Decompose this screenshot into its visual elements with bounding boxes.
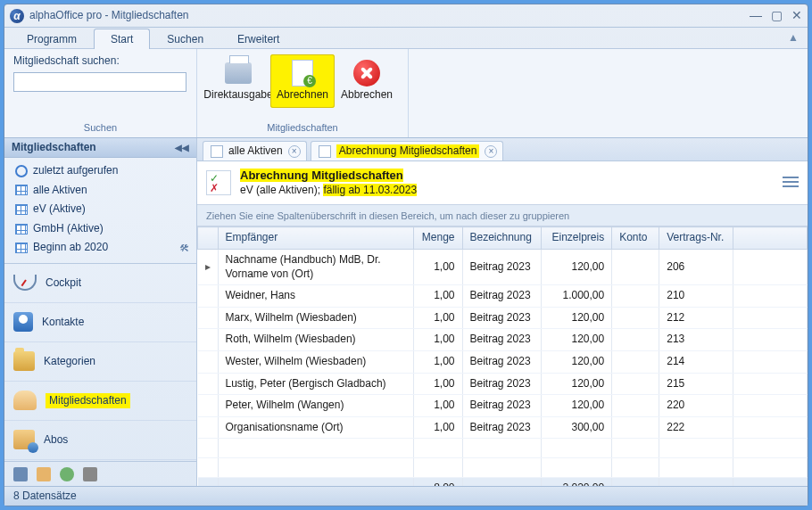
tree-item-4[interactable]: Beginn ab 2020🛠 — [6, 238, 195, 258]
grid-icon — [15, 243, 28, 253]
close-button[interactable]: ✕ — [791, 7, 802, 23]
row-selector-head — [198, 227, 219, 250]
nav-label: Mitgliedschaften — [46, 393, 130, 409]
cell: Beitrag 2023 — [462, 351, 542, 374]
table-row[interactable]: Weidner, Hans1,00Beitrag 20231.000,00210 — [198, 285, 808, 308]
cell: 1,00 — [413, 416, 462, 439]
tree-item-label: zuletzt aufgerufen — [33, 164, 118, 178]
col-1[interactable]: Menge — [413, 227, 462, 250]
table-row[interactable]: ▸Nachname (Handbuch) MdB, Dr. Vorname vo… — [198, 250, 808, 285]
cell: Weidner, Hans — [218, 285, 413, 308]
doc-tab-1[interactable]: Abrechnung Mitgliedschaften× — [311, 141, 504, 160]
abbrechen-button[interactable]: Abbrechen — [335, 54, 399, 108]
direktausgabe-button[interactable]: Direktausgabe — [206, 54, 270, 108]
menu-erweitert[interactable]: Erweitert — [220, 29, 296, 49]
cell: 222 — [659, 416, 733, 439]
footer-cell: 8,00 — [413, 478, 462, 486]
row-pointer — [198, 329, 219, 351]
nav-kontakt[interactable]: Kontakte — [4, 303, 196, 342]
col-5[interactable]: Vertrags-Nr. — [659, 227, 733, 250]
tab-close-icon[interactable]: × — [485, 145, 497, 158]
cell: 206 — [659, 250, 733, 285]
sidebar-collapse-icon[interactable]: ◀◀ — [175, 142, 189, 153]
nav-abo[interactable]: Abos — [4, 421, 196, 460]
abo-icon — [13, 430, 35, 449]
col-0[interactable]: Empfänger — [218, 227, 413, 250]
cell: Beitrag 2023 — [462, 285, 542, 308]
tree-item-1[interactable]: alle Aktiven — [6, 181, 195, 201]
grid-icon — [15, 185, 28, 195]
clock-icon — [15, 165, 28, 177]
cell — [612, 395, 659, 417]
cell: 213 — [659, 329, 733, 351]
cell: Roth, Wilhelm (Wiesbaden) — [218, 329, 413, 351]
minimize-button[interactable]: — — [750, 7, 762, 23]
tree-item-label: alle Aktiven — [33, 184, 87, 198]
col-3[interactable]: Einzelpreis — [542, 227, 612, 250]
doc-subtitle-prefix: eV (alle Aktiven); — [240, 184, 323, 196]
cell: 1,00 — [413, 285, 462, 308]
group-hint[interactable]: Ziehen Sie eine Spaltenüberschrift in di… — [197, 205, 808, 226]
cell: 1,00 — [413, 373, 462, 395]
cell: 120,00 — [542, 250, 612, 285]
abrechnen-button[interactable]: Abrechnen — [270, 54, 335, 108]
config-icon[interactable]: 🛠 — [179, 242, 189, 254]
col-2[interactable]: Bezeichnung — [462, 227, 542, 250]
cell: Beitrag 2023 — [462, 373, 542, 395]
tree-item-0[interactable]: zuletzt aufgerufen — [6, 161, 195, 181]
tab-close-icon[interactable]: × — [288, 145, 301, 158]
footer-cell — [733, 478, 808, 486]
tree-item-2[interactable]: eV (Aktive) — [6, 200, 195, 219]
mitglied-icon — [13, 391, 37, 410]
table-row[interactable]: Marx, Wilhelm (Wiesbaden)1,00Beitrag 202… — [198, 307, 808, 329]
cell: 215 — [659, 373, 733, 395]
tree-item-label: GmbH (Aktive) — [33, 222, 104, 236]
cell: 120,00 — [542, 351, 612, 374]
bottom-icon-3[interactable] — [60, 467, 74, 481]
cell — [612, 416, 659, 439]
tab-label: Abrechnung Mitgliedschaften — [336, 144, 480, 159]
nav-kat[interactable]: Kategorien — [4, 342, 196, 382]
menu-programm[interactable]: Programm — [10, 29, 94, 49]
nav-label: Abos — [44, 433, 68, 448]
table-row[interactable]: Roth, Wilhelm (Wiesbaden)1,00Beitrag 202… — [198, 329, 808, 351]
cell: 300,00 — [542, 416, 612, 439]
cell: Organisationsname (Ort) — [218, 416, 413, 439]
footer-cell — [462, 478, 542, 486]
col-4[interactable]: Konto — [612, 227, 659, 250]
bottom-icon-2[interactable] — [37, 467, 51, 481]
tree-item-3[interactable]: GmbH (Aktive) — [6, 219, 195, 239]
table-row[interactable]: Lustig, Peter (Bergisch Gladbach)1,00Bei… — [198, 373, 808, 395]
cell: 210 — [659, 285, 733, 308]
cell: Nachname (Handbuch) MdB, Dr. Vorname von… — [218, 250, 413, 285]
list-options-icon[interactable] — [783, 177, 799, 189]
bottom-icon-1[interactable] — [13, 467, 28, 481]
maximize-button[interactable]: ▢ — [771, 7, 783, 23]
search-input[interactable] — [13, 72, 186, 92]
table-row[interactable]: Peter, Wilhelm (Wangen)1,00Beitrag 20231… — [198, 395, 808, 417]
cell: Wester, Wilhelm (Wiesbaden) — [218, 351, 413, 374]
table-row[interactable]: Organisationsname (Ort)1,00Beitrag 20233… — [198, 416, 808, 439]
cell: 120,00 — [542, 395, 612, 417]
cell — [612, 351, 659, 374]
nav-mitglied[interactable]: Mitgliedschaften — [4, 382, 196, 421]
nav-cockpit[interactable]: Cockpit — [4, 264, 196, 303]
table-row[interactable]: Wester, Wilhelm (Wiesbaden)1,00Beitrag 2… — [198, 351, 808, 374]
bottom-icon-4[interactable] — [83, 467, 97, 481]
search-label: Mitgliedschaft suchen: — [13, 54, 120, 69]
doc-header-icon — [206, 170, 231, 195]
sidebar-header: Mitgliedschaften — [12, 141, 96, 155]
doc-tab-0[interactable]: alle Aktiven× — [203, 141, 307, 160]
cell: Peter, Wilhelm (Wangen) — [218, 395, 413, 417]
doc-title: Abrechnung Mitgliedschaften — [240, 169, 403, 182]
footer-cell — [612, 478, 659, 486]
cell: 214 — [659, 351, 733, 374]
cell: 1,00 — [413, 307, 462, 329]
menubar: Programm Start Suchen Erweitert ▲ — [4, 28, 808, 49]
ribbon-collapse-icon[interactable]: ▲ — [779, 28, 808, 48]
menu-start[interactable]: Start — [94, 29, 150, 49]
tab-icon — [319, 145, 331, 158]
cancel-icon — [353, 60, 380, 86]
cell: Lustig, Peter (Bergisch Gladbach) — [218, 373, 413, 395]
menu-suchen[interactable]: Suchen — [150, 29, 220, 49]
